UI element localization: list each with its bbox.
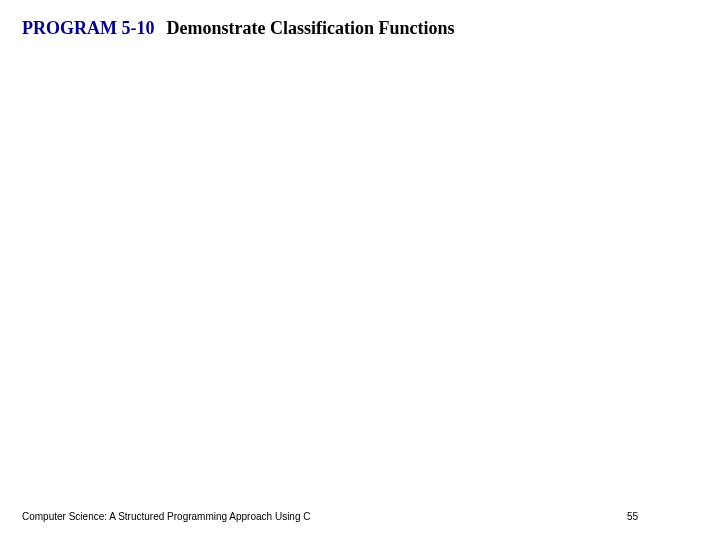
footer-page-number: 55 [627, 511, 638, 522]
program-label: PROGRAM 5-10 [22, 18, 154, 38]
slide-header: PROGRAM 5-10 Demonstrate Classification … [22, 18, 454, 39]
footer-book-title: Computer Science: A Structured Programmi… [22, 511, 310, 522]
program-title: Demonstrate Classification Functions [166, 18, 454, 38]
